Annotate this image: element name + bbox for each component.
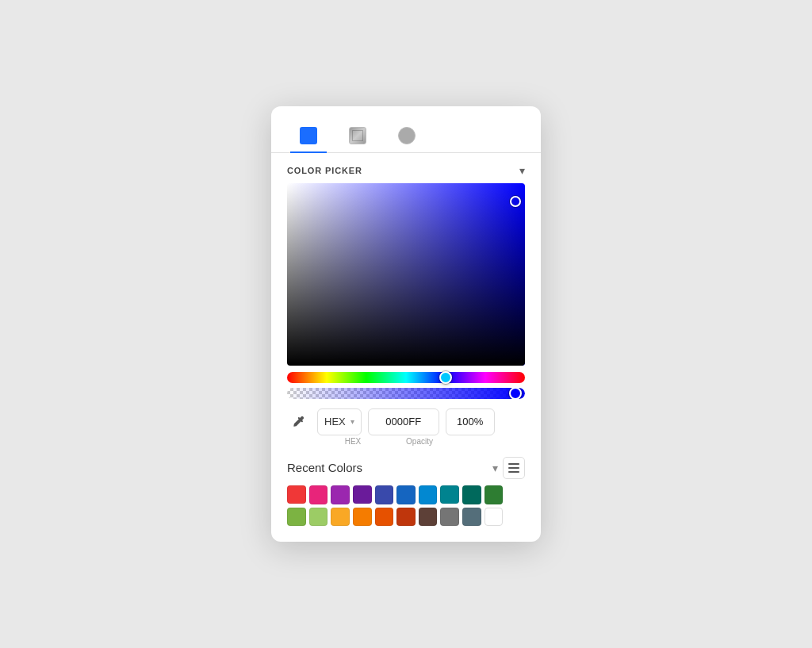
swatch-row2-4[interactable]: [375, 508, 394, 527]
recent-colors-title: Recent Colors: [287, 461, 362, 474]
tab-color[interactable]: [290, 119, 327, 152]
tab-gradient[interactable]: [339, 119, 376, 152]
section-header: COLOR PICKER ▾: [271, 153, 541, 183]
swatch-row1-2[interactable]: [331, 485, 350, 504]
gradient-fill-icon: [349, 127, 366, 144]
hex-format-select[interactable]: HEX ▾: [317, 408, 362, 435]
swatch-row2-6[interactable]: [419, 508, 438, 527]
gradient-background: [287, 183, 525, 366]
swatch-row1-8[interactable]: [462, 485, 481, 504]
swatch-row2-3[interactable]: [353, 508, 372, 527]
color-fill-icon: [300, 127, 317, 144]
eyedropper-icon: [293, 416, 305, 428]
swatch-row1-0[interactable]: [287, 485, 306, 504]
recent-colors-actions: ▾: [492, 457, 525, 479]
hex-field-label: HEX: [317, 437, 389, 446]
input-labels: HEX Opacity: [271, 435, 541, 446]
hue-slider[interactable]: [287, 372, 525, 383]
color-gradient-area[interactable]: [287, 183, 525, 366]
eyedropper-button[interactable]: [287, 410, 311, 434]
swatch-row2-0[interactable]: [287, 508, 306, 527]
tab-bar: [271, 106, 541, 153]
swatch-row2-2[interactable]: [331, 508, 350, 527]
hue-handle[interactable]: [439, 371, 452, 384]
opacity-input[interactable]: [446, 408, 495, 435]
tab-image[interactable]: [389, 119, 425, 152]
swatch-row1-3[interactable]: [353, 485, 372, 504]
recent-colors-list-button[interactable]: [503, 457, 525, 479]
hex-format-label: HEX: [324, 416, 346, 428]
swatch-row1-4[interactable]: [375, 485, 394, 504]
opacity-gradient: [287, 388, 525, 399]
swatches-row-1: [271, 485, 541, 504]
opacity-slider-wrap: [287, 388, 525, 399]
swatch-row2-9[interactable]: [485, 508, 504, 527]
swatch-row1-9[interactable]: [485, 485, 504, 504]
swatch-row1-6[interactable]: [419, 485, 438, 504]
section-dropdown-button[interactable]: ▾: [519, 164, 525, 177]
opacity-handle[interactable]: [509, 388, 522, 399]
swatches-row-2: [271, 508, 541, 527]
hex-value-input[interactable]: [368, 408, 439, 435]
swatch-row2-5[interactable]: [396, 508, 416, 527]
list-icon: [508, 463, 519, 473]
swatch-row1-7[interactable]: [440, 485, 459, 504]
image-fill-icon: [398, 127, 416, 144]
recent-colors-chevron[interactable]: ▾: [492, 462, 498, 474]
opacity-slider[interactable]: [287, 388, 525, 399]
svg-rect-2: [508, 471, 519, 473]
opacity-field-label: Opacity: [395, 437, 444, 446]
swatch-row2-8[interactable]: [462, 508, 481, 527]
section-title: COLOR PICKER: [287, 166, 362, 175]
swatch-row2-7[interactable]: [440, 508, 459, 527]
color-picker-panel: COLOR PICKER ▾ HEX ▾: [271, 106, 541, 542]
color-picker-handle[interactable]: [510, 196, 521, 207]
hue-slider-wrap: [287, 372, 525, 383]
swatch-row1-1[interactable]: [309, 485, 328, 504]
swatch-row1-5[interactable]: [396, 485, 416, 504]
chevron-down-icon: ▾: [350, 417, 354, 426]
swatch-row2-1[interactable]: [309, 508, 328, 527]
svg-rect-1: [508, 467, 519, 469]
recent-colors-header: Recent Colors ▾: [271, 446, 541, 485]
input-row: HEX ▾: [271, 399, 541, 435]
svg-rect-0: [508, 463, 519, 465]
